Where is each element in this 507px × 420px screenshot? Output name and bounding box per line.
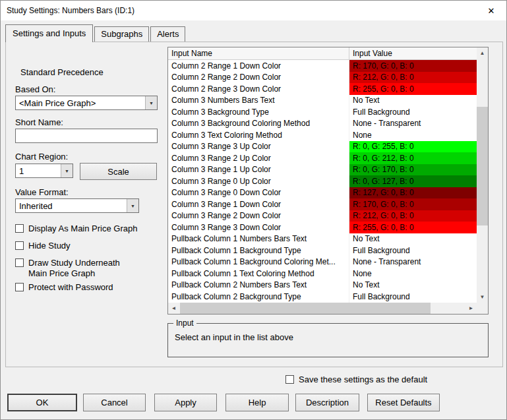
study-settings-dialog: { "window": { "title": "Study Settings: … [0,0,507,420]
table-row[interactable]: Pullback Column 2 Background TypeFull Ba… [168,291,477,303]
vertical-scrollbar-thumb[interactable] [477,107,488,225]
input-value-cell: R: 0, G: 212, B: 0 [349,152,477,164]
input-name-cell: Pullback Column 1 Background Type [168,245,349,256]
input-name-cell: Column 3 Range 1 Down Color [168,198,349,210]
table-row[interactable]: Column 3 Range 2 Up ColorR: 0, G: 212, B… [168,152,477,164]
table-row[interactable]: Column 2 Range 2 Down ColorR: 212, G: 0,… [168,72,477,84]
input-value-cell: R: 170, G: 0, B: 0 [349,198,477,210]
chevron-down-icon[interactable]: ▼ [127,199,138,212]
input-group-message: Select an input in the list above [175,332,293,342]
input-value-cell: R: 212, G: 0, B: 0 [349,210,477,222]
table-row[interactable]: Column 3 Numbers Bars TextNo Text [168,95,477,107]
chart-region-value: 1 [19,166,61,176]
table-row[interactable]: Pullback Column 1 Background Coloring Me… [168,256,477,268]
input-name-cell: Column 3 Range 2 Up Color [168,152,349,164]
table-row[interactable]: Pullback Column 1 Numbers Bars TextNo Te… [168,233,477,245]
tab-settings-and-inputs[interactable]: Settings and Inputs [5,24,93,42]
input-value-cell: None - Transparent [349,118,477,130]
based-on-value: <Main Price Graph> [19,98,145,108]
input-name-cell: Column 3 Range 0 Up Color [168,175,349,187]
table-row[interactable]: Column 3 Background Coloring MethodNone … [168,118,477,130]
cancel-button[interactable]: Cancel [83,394,146,411]
checkbox-label: Draw Study Underneath Main Price Graph [28,258,137,279]
table-row[interactable]: Column 2 Range 1 Down ColorR: 170, G: 0,… [168,60,477,72]
scroll-down-icon[interactable]: ▼ [477,291,488,303]
table-row[interactable]: Column 3 Background TypeFull Background [168,106,477,118]
scale-button[interactable]: Scale [80,163,157,180]
input-value-cell: Full Background [349,106,477,118]
based-on-label: Based On: [15,84,55,94]
inputs-table-body: Column 2 Range 1 Down ColorR: 170, G: 0,… [168,60,477,303]
chevron-down-icon[interactable]: ▼ [145,96,157,109]
reset-defaults-button[interactable]: Reset Defaults [367,394,440,411]
table-row[interactable]: Column 3 Range 2 Down ColorR: 212, G: 0,… [168,210,477,222]
checkbox-label: Hide Study [28,241,71,251]
horizontal-scrollbar-thumb[interactable] [180,303,431,314]
checkbox-hide-study[interactable]: Hide Study [15,241,160,251]
scroll-up-icon[interactable]: ▲ [477,47,488,59]
value-format-select[interactable]: Inherited ▼ [15,198,139,213]
input-name-cell: Column 3 Background Type [168,106,349,118]
based-on-select[interactable]: <Main Price Graph> ▼ [15,96,158,110]
table-row[interactable]: Column 2 Range 3 Down ColorR: 255, G: 0,… [168,83,477,95]
checkbox-box [15,241,24,250]
input-value-cell: No Text [349,233,477,245]
table-row[interactable]: Pullback Column 1 Text Coloring MethodNo… [168,268,477,280]
input-value-cell: R: 127, G: 0, B: 0 [349,187,477,199]
table-row[interactable]: Column 3 Range 3 Up ColorR: 0, G: 255, B… [168,141,477,153]
checkbox-label: Save these settings as the default [299,375,427,385]
table-row[interactable]: Column 3 Range 1 Up ColorR: 0, G: 170, B… [168,164,477,176]
checkbox-draw-study-underneath[interactable]: Draw Study Underneath Main Price Graph [15,258,137,279]
checkbox-box [285,375,294,384]
input-name-cell: Pullback Column 2 Background Type [168,291,349,303]
input-value-cell: R: 212, G: 0, B: 0 [349,72,477,84]
help-button[interactable]: Help [225,394,289,411]
tab-subgraphs[interactable]: Subgraphs [94,26,149,42]
table-row[interactable]: Pullback Column 2 Numbers Bars TextNo Te… [168,280,477,291]
table-row[interactable]: Column 3 Range 3 Down ColorR: 255, G: 0,… [168,222,477,233]
checkbox-protect-with-password[interactable]: Protect with Password [15,282,160,293]
short-name-label: Short Name: [15,117,63,127]
input-value-cell: R: 0, G: 170, B: 0 [349,164,477,176]
column-header-input-value[interactable]: Input Value [349,47,477,59]
input-name-cell: Column 3 Background Coloring Method [168,118,349,130]
checkbox-display-as-main-price-graph[interactable]: Display As Main Price Graph [15,224,160,234]
input-name-cell: Pullback Column 1 Numbers Bars Text [168,233,349,245]
horizontal-scrollbar[interactable]: ◄ ► [168,303,477,314]
value-format-label: Value Format: [15,187,69,197]
input-name-cell: Pullback Column 1 Text Coloring Method [168,268,349,280]
input-value-cell: R: 0, G: 255, B: 0 [349,141,477,153]
short-name-input[interactable] [15,129,158,143]
checkbox-save-as-default[interactable]: Save these settings as the default [285,375,470,385]
input-value-cell: No Text [349,95,477,107]
chart-region-select[interactable]: 1 ▼ [15,164,73,178]
ok-button[interactable]: OK [7,394,77,411]
input-name-cell: Column 2 Range 2 Down Color [168,72,349,84]
description-button[interactable]: Description [295,394,359,411]
input-value-cell: No Text [349,280,477,291]
input-name-cell: Column 3 Range 1 Up Color [168,164,349,176]
checkbox-label: Protect with Password [28,282,113,293]
table-row[interactable]: Column 3 Range 1 Down ColorR: 170, G: 0,… [168,198,477,210]
input-name-cell: Column 3 Range 0 Down Color [168,187,349,199]
input-name-cell: Column 2 Range 3 Down Color [168,83,349,95]
table-row[interactable]: Column 3 Range 0 Up ColorR: 0, G: 127, B… [168,175,477,187]
chevron-down-icon[interactable]: ▼ [61,164,73,177]
checkbox-box [15,258,24,267]
vertical-scrollbar[interactable]: ▲ ▼ [477,47,488,303]
scroll-right-icon[interactable]: ► [465,303,477,314]
scroll-left-icon[interactable]: ◄ [168,303,179,314]
input-name-cell: Column 2 Range 1 Down Color [168,60,349,72]
input-value-cell: R: 170, G: 0, B: 0 [349,60,477,72]
input-name-cell: Column 3 Range 3 Up Color [168,141,349,153]
input-value-cell: R: 255, G: 0, B: 0 [349,222,477,233]
table-row[interactable]: Column 3 Text Coloring MethodNone [168,129,477,141]
title-bar: Study Settings: Numbers Bars (ID:1) [1,1,506,20]
column-header-input-name[interactable]: Input Name [168,47,349,59]
close-icon[interactable]: ✕ [476,1,506,20]
tab-alerts[interactable]: Alerts [150,26,185,42]
table-row[interactable]: Pullback Column 1 Background TypeFull Ba… [168,245,477,256]
chart-region-label: Chart Region: [15,152,68,162]
table-row[interactable]: Column 3 Range 0 Down ColorR: 127, G: 0,… [168,187,477,199]
apply-button[interactable]: Apply [154,394,217,411]
